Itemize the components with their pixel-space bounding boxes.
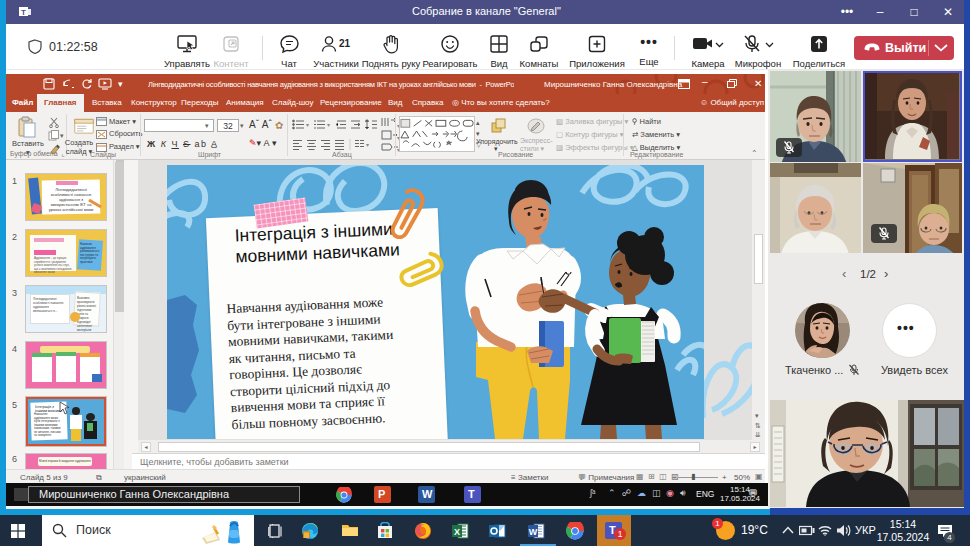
svg-text:▾: ▾ [366,142,369,148]
svg-text:21: 21 [339,38,351,49]
svg-text:T: T [21,8,26,17]
svg-text:W: W [529,527,538,537]
svg-text:X: X [454,527,460,537]
svg-text:▾: ▾ [60,132,64,139]
svg-text:▾: ▾ [327,122,330,128]
svg-text:▾: ▾ [306,122,309,128]
